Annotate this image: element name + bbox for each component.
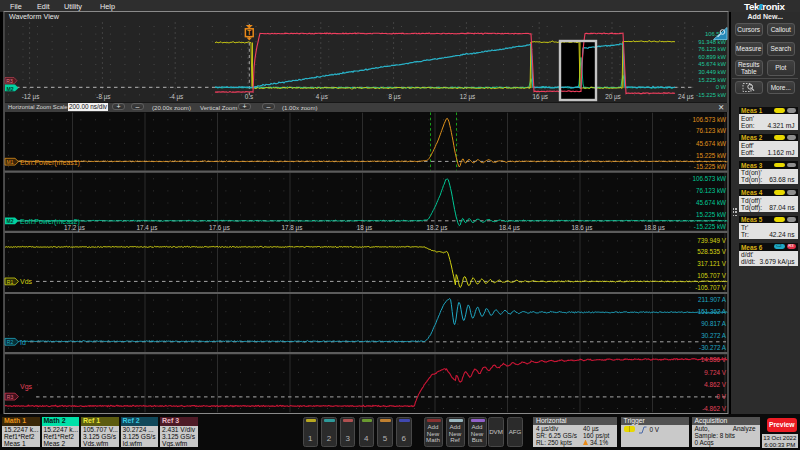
svg-text:76.123 kW: 76.123 kW xyxy=(698,46,726,52)
svg-text:211.907 A: 211.907 A xyxy=(698,296,727,303)
svg-text:17.2 µs: 17.2 µs xyxy=(64,224,85,232)
svg-text:-15.225 kW: -15.225 kW xyxy=(694,223,726,230)
svg-text:-15.225 kW: -15.225 kW xyxy=(696,92,726,98)
svg-text:30.272 A: 30.272 A xyxy=(701,332,727,339)
svg-text:0 W: 0 W xyxy=(716,84,727,90)
svg-text:Waveform View: Waveform View xyxy=(9,12,60,21)
svg-text:45.674 kW: 45.674 kW xyxy=(698,61,726,67)
svg-text:45.674 kW: 45.674 kW xyxy=(696,140,726,147)
svg-text:4 µs: 4 µs xyxy=(316,93,328,101)
svg-text:R1: R1 xyxy=(7,279,14,285)
svg-text:-4.862 V: -4.862 V xyxy=(702,405,727,412)
svg-text:18.6 µs: 18.6 µs xyxy=(572,224,593,232)
svg-text:-8 µs: -8 µs xyxy=(96,93,110,101)
svg-text:317.121 V: 317.121 V xyxy=(697,260,727,267)
svg-text:17.6 µs: 17.6 µs xyxy=(209,224,230,232)
svg-text:18 µs: 18 µs xyxy=(357,224,373,232)
svg-text:Eon:Power(meas1): Eon:Power(meas1) xyxy=(20,159,80,167)
svg-text:R3: R3 xyxy=(6,78,13,84)
svg-text:-15.225 kW: -15.225 kW xyxy=(694,163,726,170)
svg-text:90.817 A: 90.817 A xyxy=(701,320,727,327)
svg-text:20 µs: 20 µs xyxy=(605,93,621,101)
svg-text:Id: Id xyxy=(20,339,26,346)
svg-text:30.449 kW: 30.449 kW xyxy=(698,69,726,75)
svg-text:M2: M2 xyxy=(7,218,14,224)
svg-text:76.123 kW: 76.123 kW xyxy=(696,187,726,194)
svg-text:-12 µs: -12 µs xyxy=(22,93,40,101)
svg-text:0 s: 0 s xyxy=(245,93,253,100)
svg-text:17.4 µs: 17.4 µs xyxy=(137,224,158,232)
svg-text:R3: R3 xyxy=(7,394,14,400)
svg-text:60.899 kW: 60.899 kW xyxy=(698,54,726,60)
svg-text:Vgs: Vgs xyxy=(20,383,33,391)
svg-text:0 V: 0 V xyxy=(717,393,727,400)
svg-text:18.2 µs: 18.2 µs xyxy=(427,224,448,232)
svg-text:-105.707 V: -105.707 V xyxy=(695,284,727,291)
svg-text:14.586 V: 14.586 V xyxy=(701,356,727,363)
svg-text:15.225 kW: 15.225 kW xyxy=(698,77,726,83)
svg-text:16 µs: 16 µs xyxy=(532,93,548,101)
svg-text:8 µs: 8 µs xyxy=(389,93,401,101)
svg-text:739.949 V: 739.949 V xyxy=(697,237,727,244)
svg-text:45.674 kW: 45.674 kW xyxy=(696,199,726,206)
svg-text:-4 µs: -4 µs xyxy=(169,93,183,101)
svg-text:R2: R2 xyxy=(7,339,14,345)
svg-text:106.573 kW: 106.573 kW xyxy=(692,175,726,182)
svg-text:T: T xyxy=(247,29,251,36)
svg-text:-30.272 A: -30.272 A xyxy=(699,344,727,351)
svg-text:15.225 kW: 15.225 kW xyxy=(696,152,726,159)
svg-text:15.225 kW: 15.225 kW xyxy=(696,211,726,218)
svg-text:Eoff:Power(meas2): Eoff:Power(meas2) xyxy=(20,218,80,226)
svg-text:M2: M2 xyxy=(6,86,13,92)
svg-text:106.573 kW: 106.573 kW xyxy=(692,116,726,123)
svg-text:528.535 V: 528.535 V xyxy=(697,248,727,255)
svg-text:18.8 µs: 18.8 µs xyxy=(644,224,665,232)
svg-text:24 µs: 24 µs xyxy=(678,93,694,101)
svg-text:12 µs: 12 µs xyxy=(460,93,476,101)
svg-text:76.123 kW: 76.123 kW xyxy=(696,127,726,134)
svg-text:9.724 V: 9.724 V xyxy=(704,369,727,376)
svg-text:17.8 µs: 17.8 µs xyxy=(282,224,303,232)
svg-text:105.707 V: 105.707 V xyxy=(697,272,727,279)
svg-text:Vds: Vds xyxy=(20,278,33,285)
svg-text:18.4 µs: 18.4 µs xyxy=(499,224,520,232)
svg-text:151.362 A: 151.362 A xyxy=(698,308,727,315)
svg-text:4.862 V: 4.862 V xyxy=(704,381,727,388)
svg-text:M1: M1 xyxy=(7,159,14,165)
